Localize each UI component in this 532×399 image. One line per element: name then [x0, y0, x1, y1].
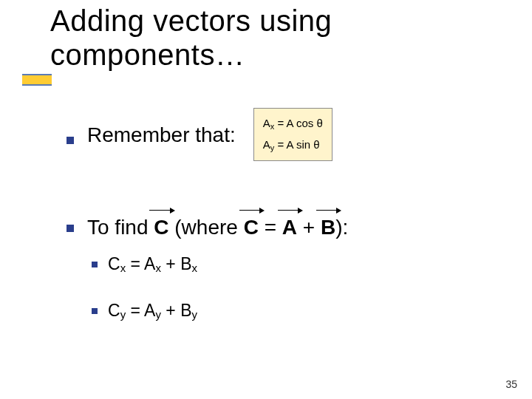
vector-c: C [154, 214, 168, 241]
remember-label: Remember that: [87, 122, 236, 149]
tofind-prefix: To find [87, 216, 154, 239]
sub-item-cx: Cx = Ax + Bx [92, 254, 480, 274]
tofind-plus: + [297, 216, 321, 239]
bullet-tofind: To find C (where C = A + B): [66, 214, 480, 241]
formula-box: Ax = A cos θ Ay = A sin θ [253, 108, 332, 161]
equation-cy: Cy = Ay + By [108, 301, 197, 321]
accent-bar [22, 74, 52, 86]
bullet-remember: Remember that: Ax = A cos θ Ay = A sin θ [66, 109, 480, 161]
bullet-icon [92, 308, 98, 314]
sub-list: Cx = Ax + Bx Cy = Ay + By [92, 254, 480, 321]
formula-ax: Ax = A cos θ [263, 113, 323, 134]
vector-a: A [282, 214, 297, 241]
tofind-suffix: ): [335, 216, 348, 239]
vector-c2: C [244, 214, 259, 241]
slide-title: Adding vectors using components… [50, 4, 332, 72]
bullet-icon [66, 137, 74, 144]
tofind-eq: = [259, 216, 282, 239]
title-line-2: components… [50, 38, 245, 71]
equation-cx: Cx = Ax + Bx [108, 254, 197, 274]
sub-item-cy: Cy = Ay + By [92, 301, 480, 321]
tofind-text: To find C (where C = A + B): [87, 214, 348, 241]
title-line-1: Adding vectors using [50, 4, 332, 37]
body-content: Remember that: Ax = A cos θ Ay = A sin θ… [66, 109, 480, 347]
page-number: 35 [505, 378, 517, 390]
bullet-icon [66, 225, 74, 232]
bullet-icon [92, 262, 98, 267]
vector-b: B [321, 214, 335, 241]
tofind-mid: (where [169, 216, 244, 239]
formula-ay: Ay = A sin θ [263, 134, 323, 156]
